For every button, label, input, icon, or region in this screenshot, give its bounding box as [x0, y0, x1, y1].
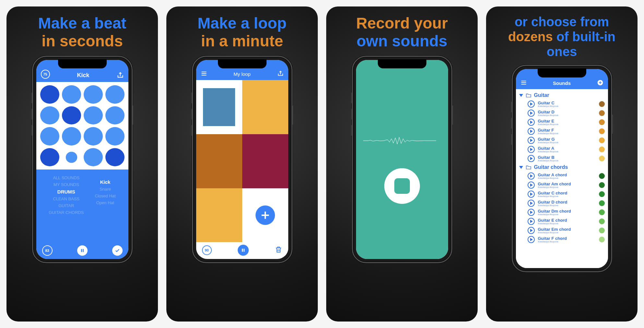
sound-row[interactable]: Guitar GAnastasiya Akopova	[519, 136, 605, 145]
picker-option[interactable]: Closed Hat	[95, 193, 115, 198]
pad[interactable]	[105, 127, 125, 146]
pad-grid[interactable]	[36, 82, 128, 170]
menu-icon[interactable]	[201, 70, 207, 77]
pad[interactable]	[84, 106, 103, 125]
picker-option[interactable]: Kick	[100, 179, 111, 185]
screen2-title: My loop	[233, 71, 251, 77]
svg-rect-0	[81, 249, 82, 252]
headline-line1: Make a beat	[38, 14, 126, 32]
pad[interactable]	[105, 106, 125, 125]
sound-row[interactable]: Guitar A chordAnastasiya Akopova	[519, 171, 605, 181]
play-icon[interactable]	[528, 218, 535, 225]
play-icon[interactable]	[528, 200, 535, 207]
play-icon[interactable]	[528, 128, 535, 135]
picker-column-category[interactable]: ALL SOUNDSMY SOUNDSDRUMSCLEAN BASSGUITAR…	[49, 175, 84, 215]
pad[interactable]	[40, 148, 59, 167]
disclosure-triangle-icon	[519, 94, 523, 97]
picker-option[interactable]: DRUMS	[57, 189, 75, 194]
delete-button[interactable]	[275, 246, 282, 255]
loop-tile[interactable]	[196, 188, 242, 242]
sound-row[interactable]: Guitar D chordAnastasiya Akopova	[519, 199, 605, 208]
pad[interactable]	[62, 106, 81, 125]
picker-option[interactable]: ALL SOUNDS	[53, 175, 79, 180]
sounds-list[interactable]: GuitarGuitar CAnastasiya AkopovaGuitar D…	[516, 89, 608, 268]
sound-picker[interactable]: ALL SOUNDSMY SOUNDSDRUMSCLEAN BASSGUITAR…	[36, 170, 128, 259]
sound-label: Guitar DAnastasiya Akopova	[538, 110, 596, 117]
share-icon[interactable]	[117, 72, 124, 79]
sound-row[interactable]: Guitar F chordAnastasiya Akopova	[519, 235, 605, 244]
play-icon[interactable]	[528, 227, 535, 234]
pad[interactable]	[62, 85, 81, 104]
play-icon[interactable]	[528, 110, 535, 117]
add-sound-icon[interactable]	[597, 79, 603, 86]
loop-grid[interactable]	[196, 80, 288, 242]
pause-icon	[80, 248, 85, 253]
color-swatch	[599, 101, 605, 107]
sound-row[interactable]: Guitar DAnastasiya Akopova	[519, 109, 605, 118]
pad[interactable]	[84, 85, 103, 104]
phone-notch	[538, 68, 586, 77]
loop-tile[interactable]	[196, 80, 242, 134]
add-loop-tile[interactable]	[242, 188, 288, 242]
sound-row[interactable]: Guitar CAnastasiya Akopova	[519, 100, 605, 109]
picker-option[interactable]: GUITAR CHORDS	[49, 210, 84, 215]
pad[interactable]	[66, 152, 77, 163]
picker-option[interactable]: GUITAR	[58, 203, 74, 208]
stop-record-button[interactable]	[384, 168, 420, 204]
picker-column-sound[interactable]: KickSnareClosed HatOpen Hat	[95, 175, 115, 215]
play-icon[interactable]	[528, 100, 535, 108]
play-icon[interactable]	[528, 182, 535, 189]
pad[interactable]	[62, 127, 81, 146]
menu-icon[interactable]	[520, 79, 527, 86]
picker-option[interactable]: CLEAN BASS	[53, 196, 80, 201]
sound-folder[interactable]: Guitar	[519, 91, 605, 100]
pad[interactable]	[84, 127, 103, 146]
headline-line2: in a minute	[197, 32, 287, 50]
bpm-button[interactable]: 83	[42, 245, 53, 256]
sound-row[interactable]: Guitar E chordAnastasiya Akopova	[519, 217, 605, 226]
color-swatch	[599, 218, 605, 224]
sound-row[interactable]: Guitar AAnastasiya Akopova	[519, 145, 605, 154]
sound-row[interactable]: Guitar Dm chordAnastasiya Akopova	[519, 208, 605, 217]
screen1-title: Kick	[77, 72, 89, 79]
picker-option[interactable]: Open Hat	[96, 200, 114, 205]
picker-option[interactable]: Snare	[100, 187, 111, 192]
loop-tile[interactable]	[242, 134, 288, 188]
sound-row[interactable]: Guitar C chordAnastasiya Akopova	[519, 190, 605, 199]
play-icon[interactable]	[528, 236, 535, 243]
picker-option[interactable]: MY SOUNDS	[54, 182, 79, 187]
pause-button[interactable]	[238, 245, 249, 256]
sound-row[interactable]: Guitar BAnastasiya Akopova	[519, 154, 605, 163]
pad[interactable]	[84, 148, 103, 167]
add-loop-button[interactable]	[256, 205, 275, 225]
sound-folder[interactable]: Guitar chords	[519, 163, 605, 171]
loop-tile[interactable]	[196, 134, 242, 188]
loop-tile[interactable]	[242, 80, 288, 134]
play-icon[interactable]	[528, 155, 535, 162]
trash-icon	[275, 246, 282, 253]
share-icon[interactable]	[277, 70, 284, 77]
bpm-indicator-top[interactable]: 75	[41, 70, 50, 79]
confirm-button[interactable]	[112, 245, 123, 256]
pad[interactable]	[40, 106, 59, 125]
promo-panel-1: Make a beat in seconds 75 Kick ALL SOUND…	[6, 6, 158, 322]
sound-row[interactable]: Guitar EAnastasiya Akopova	[519, 118, 605, 127]
color-swatch	[599, 209, 605, 215]
play-icon[interactable]	[528, 137, 535, 144]
pad[interactable]	[105, 85, 125, 104]
sound-row[interactable]: Guitar Am chordAnastasiya Akopova	[519, 181, 605, 190]
pad[interactable]	[105, 148, 125, 167]
play-icon[interactable]	[528, 146, 535, 153]
sound-row[interactable]: Guitar Em chordAnastasiya Akopova	[519, 226, 605, 235]
pad[interactable]	[40, 85, 59, 104]
play-icon[interactable]	[528, 191, 535, 198]
folder-icon	[526, 93, 531, 98]
loop-tile-selected-indicator	[203, 88, 235, 126]
sound-row[interactable]: Guitar FAnastasiya Akopova	[519, 127, 605, 136]
play-icon[interactable]	[528, 172, 535, 180]
pause-button[interactable]	[77, 245, 88, 256]
bpm-button[interactable]: 90	[202, 245, 212, 255]
pad[interactable]	[40, 127, 59, 146]
play-icon[interactable]	[528, 209, 535, 216]
play-icon[interactable]	[528, 119, 535, 126]
